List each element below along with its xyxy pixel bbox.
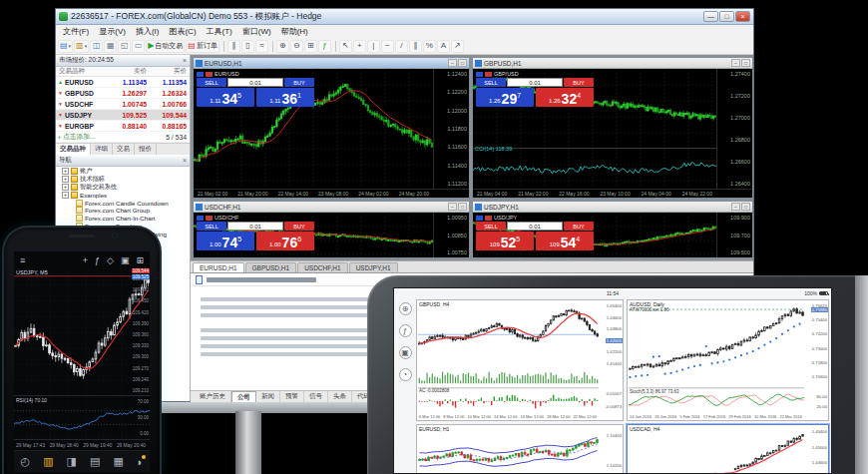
add-symbol-row[interactable]: +点击添加...5 / 534	[56, 132, 190, 143]
terminal-tab[interactable]: 公司	[231, 391, 256, 402]
close-icon[interactable]: ×	[183, 57, 187, 64]
chart-window-usdjpy[interactable]: USDJPY,H1 –□ USD/JPY SELL 0.01	[472, 201, 753, 258]
chart-window-buttons[interactable]: –□	[731, 59, 750, 67]
new-order-icon[interactable]: ▤新订单	[186, 40, 219, 53]
channel-icon[interactable]: ∥	[409, 40, 422, 53]
chart-title-bar[interactable]: USDJPY,H1 –□	[473, 202, 752, 213]
terminal-tab[interactable]: 账户历史	[195, 391, 231, 402]
menu-icon[interactable]: ≡	[20, 255, 25, 265]
chart-tab[interactable]: USDJPY,H1	[349, 262, 398, 272]
buy-price-button[interactable]: 1.00766	[256, 232, 314, 250]
tablet-chart-usdcad[interactable]: USDCAD, H4 1.454001.450001.446001.44240	[627, 424, 829, 474]
indicators-icon[interactable]: ƒ	[399, 324, 412, 337]
chart-title-bar[interactable]: EURUSD,H1 –□	[194, 58, 469, 69]
sell-price-button[interactable]: 1.26297	[476, 88, 534, 107]
vline-icon[interactable]: |	[367, 40, 380, 53]
terminal-tab[interactable]: 信号	[304, 391, 328, 402]
volume-input[interactable]: 0.01	[507, 222, 563, 231]
sell-button[interactable]: SELL	[476, 222, 506, 231]
market-watch-row[interactable]: ▼USDCHF1.007451.00766	[56, 99, 190, 110]
indicators-icon[interactable]: ƒ	[318, 40, 331, 53]
market-watch-icon[interactable]: ◫	[90, 40, 103, 53]
navigator-item[interactable]: +技术指标	[56, 176, 190, 184]
minimize-button[interactable]: –	[448, 59, 457, 67]
minimize-button[interactable]: –	[448, 203, 457, 211]
new-order-icon[interactable]: ⊞	[136, 255, 144, 265]
menu-item[interactable]: 窗口(W)	[237, 26, 276, 37]
restore-button[interactable]: □	[458, 203, 467, 211]
menu-item[interactable]: 工具(T)	[202, 26, 237, 37]
terminal-tab[interactable]: 头条	[328, 391, 352, 402]
chart-tab[interactable]: GBPUSD,H1	[245, 262, 297, 272]
charts-icon[interactable]: ▥	[43, 455, 53, 468]
navigator-item[interactable]: Forex.com Chart-In-Chart	[56, 215, 190, 223]
cursor-icon[interactable]: ↖	[339, 40, 352, 53]
close-icon[interactable]: ×	[183, 157, 187, 164]
chat-icon[interactable]: ◗	[137, 456, 144, 468]
navigator-item[interactable]: +Examples	[56, 191, 190, 199]
chart-tab[interactable]: USDCHF,H1	[297, 262, 347, 272]
menu-item[interactable]: 插入(I)	[131, 26, 165, 37]
column-header[interactable]: 买价	[150, 67, 190, 76]
market-watch-row[interactable]: ▲EURUSD1.113451.11354	[56, 77, 190, 88]
sell-button[interactable]: SELL	[197, 78, 226, 87]
navigator-item[interactable]: Forex.com Candle Countdown	[56, 199, 190, 207]
column-header[interactable]: 交易品种	[56, 67, 110, 76]
restore-button[interactable]: □	[741, 203, 750, 211]
terminal-icon[interactable]: ▭	[132, 40, 145, 53]
minimize-button[interactable]: –	[731, 203, 740, 211]
indicators-icon[interactable]: ƒ	[95, 255, 100, 265]
tile-windows-icon[interactable]: ⊞	[304, 40, 317, 53]
sell-price-button[interactable]: 1.11345	[197, 88, 254, 107]
volume-input[interactable]: 0.01	[227, 222, 283, 231]
line-chart-icon[interactable]: ≈	[255, 40, 268, 53]
expand-icon[interactable]: +	[62, 192, 69, 199]
chart-window-usdchf[interactable]: USDCHF,H1 –□ USD/CHF SELL 0.01	[193, 201, 470, 258]
sell-button[interactable]: SELL	[476, 78, 506, 87]
buy-price-button[interactable]: 109544	[536, 232, 594, 250]
buy-button[interactable]: BUY	[564, 222, 594, 231]
navigator-item[interactable]: Forex.com Chart Group	[56, 207, 190, 215]
terminal-tab[interactable]: 预警	[280, 391, 304, 402]
tablet-chart-audusd[interactable]: AUDUSD, Daily ATW73000.set 1.86 Stoch(5,…	[627, 299, 829, 421]
objects-icon[interactable]: ▣	[399, 346, 412, 359]
crosshair-icon[interactable]: ⊕	[399, 302, 412, 315]
crosshair-icon[interactable]: +	[83, 255, 88, 265]
restore-button[interactable]: □	[458, 59, 467, 67]
chart-window-gbpusd[interactable]: GBPUSD,H1 –□ CCI(14) 118.39 GBP/USD SE	[472, 57, 753, 199]
windows-icon[interactable]: ▣	[121, 255, 130, 265]
market-watch-tab[interactable]: 报价	[135, 144, 157, 155]
chart-title-bar[interactable]: USDCHF,H1 –□	[194, 202, 469, 213]
minimize-button[interactable]: —	[703, 11, 718, 22]
volume-input[interactable]: 0.01	[507, 78, 563, 87]
new-chart-icon[interactable]: ▤▾	[58, 40, 73, 53]
menu-item[interactable]: 文件(F)	[58, 26, 94, 37]
fibonacci-icon[interactable]: %	[423, 40, 436, 53]
navigator-item[interactable]: +智能交易系统	[56, 184, 190, 192]
maximize-button[interactable]: □	[719, 11, 734, 22]
news-icon[interactable]: ▦	[113, 455, 123, 468]
column-header[interactable]: 卖价	[110, 67, 150, 76]
menu-item[interactable]: 显示(V)	[94, 26, 131, 37]
sell-price-button[interactable]: 109525	[476, 232, 534, 250]
bars-icon[interactable]: ∥	[227, 40, 240, 53]
minimize-button[interactable]: –	[731, 59, 740, 67]
buy-button[interactable]: BUY	[284, 78, 314, 87]
sell-button[interactable]: SELL	[197, 222, 226, 231]
hline-icon[interactable]: −	[381, 40, 394, 53]
chart-window-eurusd[interactable]: EURUSD,H1 –□ EUR/USD SELL 0.01	[193, 57, 470, 199]
expand-icon[interactable]: +	[62, 184, 69, 191]
title-bar[interactable]: 22636517 - FOREX.com(GlobalCN) Demo 553 …	[56, 9, 753, 25]
history-icon[interactable]: ◔	[399, 368, 412, 381]
navigator-item[interactable]: +账户	[56, 168, 190, 176]
market-watch-row[interactable]: ▼EURGBP0.881400.88165	[56, 121, 190, 132]
market-watch-tab[interactable]: 交易	[113, 144, 135, 155]
buy-button[interactable]: BUY	[564, 78, 594, 87]
tablet-chart-eurusd[interactable]: EURUSD, H1 1.104001.10200	[416, 424, 624, 474]
candles-icon[interactable]: ▯	[241, 40, 254, 53]
data-window-icon[interactable]: ▦	[104, 40, 117, 53]
quotes-icon[interactable]: ◴	[21, 455, 31, 468]
restore-button[interactable]: □	[741, 59, 750, 67]
terminal-tab[interactable]: 新闻	[256, 391, 280, 402]
volume-input[interactable]: 0.01	[227, 78, 283, 87]
